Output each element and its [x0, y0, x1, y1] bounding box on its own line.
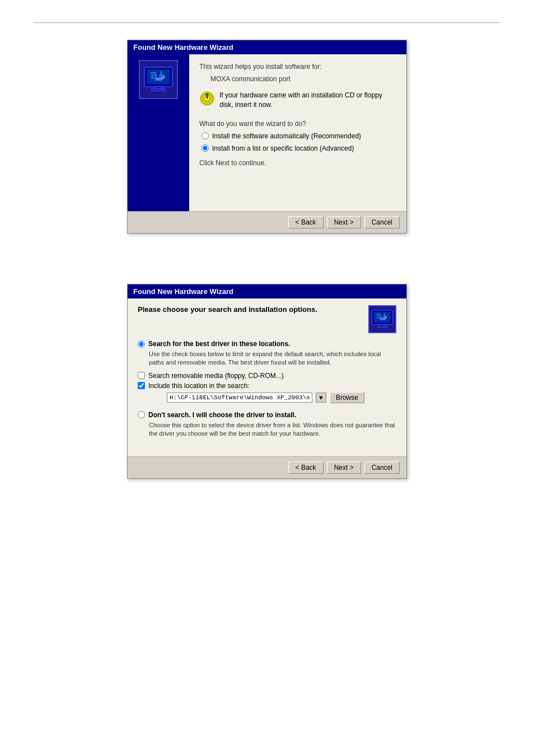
wizard1-next-button[interactable]: Next > — [327, 216, 361, 228]
wizard2-check1-label: Search removable media (floppy, CD-ROM..… — [148, 372, 284, 380]
svg-rect-9 — [152, 89, 165, 91]
svg-rect-6 — [152, 75, 156, 78]
wizard1-cd-note: If your hardware came with an installati… — [199, 91, 396, 110]
wizard2-search-radio[interactable] — [138, 340, 145, 348]
wizard2-path-input[interactable] — [167, 393, 312, 403]
page-container: Found New Hardware Wizard — [0, 0, 534, 501]
wizard1-left-panel — [128, 54, 189, 211]
top-divider — [34, 22, 500, 23]
wizard2-cancel-button[interactable]: Cancel — [364, 461, 400, 474]
wizard2-next-button[interactable]: Next > — [327, 461, 361, 474]
wizard2-check1[interactable] — [138, 372, 145, 379]
wizard2-nosearch-label: Don't search. I will choose the driver t… — [148, 411, 296, 419]
svg-rect-14 — [374, 312, 390, 323]
wizard2-header: Please choose your search and installati… — [138, 305, 396, 333]
wizard2-check1-row[interactable]: Search removable media (floppy, CD-ROM..… — [138, 372, 396, 380]
svg-rect-21 — [380, 325, 385, 326]
wizard2-search-radio-row[interactable]: Search for the best driver in these loca… — [138, 340, 396, 348]
wizard1-radio2-row[interactable]: Install from a list or specific location… — [202, 144, 396, 152]
wizard2-title: Found New Hardware Wizard — [133, 287, 233, 296]
wizard1-title: Found New Hardware Wizard — [133, 43, 233, 52]
wizard1-click-text: Click Next to continue. — [199, 159, 396, 167]
wizard2-nosearch-radio[interactable] — [138, 411, 145, 418]
wizard1-dialog: Found New Hardware Wizard — [127, 40, 407, 234]
svg-rect-1 — [147, 69, 170, 84]
wizard1-body: This wizard helps you install software f… — [128, 54, 406, 211]
svg-rect-19 — [377, 316, 381, 318]
wizard1-intro: This wizard helps you install software f… — [199, 63, 396, 71]
wizard2-back-button[interactable]: < Back — [288, 461, 324, 474]
wizard1-icon-box — [139, 60, 178, 99]
wizard1-right-panel: This wizard helps you install software f… — [189, 54, 406, 211]
wizard2-icon-box — [368, 305, 396, 333]
spacer1 — [34, 256, 500, 267]
wizard2-check2[interactable] — [138, 382, 145, 389]
wizard2-path-dropdown-icon[interactable]: ▼ — [316, 393, 326, 403]
wizard2-hardware-icon — [370, 307, 395, 332]
wizard1-question: What do you want the wizard to do? — [199, 120, 396, 128]
wizard2-nosearch-desc: Choose this option to select the device … — [149, 421, 396, 438]
svg-rect-22 — [377, 326, 387, 327]
svg-rect-8 — [155, 87, 162, 89]
wizard1-radio2-label: Install from a list or specific location… — [212, 144, 354, 152]
wizard2-browse-button[interactable]: Browse — [330, 392, 364, 403]
wizard2-search-desc: Use the check boxes below to limit or ex… — [149, 350, 396, 367]
cd-icon — [199, 91, 215, 106]
wizard2-body: Please choose your search and installati… — [128, 298, 406, 456]
wizard2-check2-label: Include this location in the search: — [148, 382, 250, 390]
wizard1-cancel-button[interactable]: Cancel — [364, 216, 400, 228]
wizard2-check2-row[interactable]: Include this location in the search: — [138, 382, 396, 390]
wizard-hardware-icon — [142, 63, 175, 96]
wizard2-dialog: Found New Hardware Wizard Please choose … — [127, 284, 407, 479]
wizard1-radio2[interactable] — [202, 144, 209, 152]
wizard2-path-row: ▼ Browse — [167, 392, 396, 403]
wizard1-radio1[interactable] — [202, 132, 209, 139]
wizard2-search-label: Search for the best driver in these loca… — [148, 340, 290, 348]
wizard1-back-button[interactable]: < Back — [288, 216, 324, 228]
wizard1-device: MOXA communication port — [199, 75, 396, 83]
wizard1-radio1-label: Install the software automatically (Reco… — [212, 132, 361, 140]
wizard1-footer: < Back Next > Cancel — [128, 211, 406, 233]
wizard2-nosearch-radio-row[interactable]: Don't search. I will choose the driver t… — [138, 411, 396, 419]
wizard1-cd-text: If your hardware came with an installati… — [219, 91, 396, 110]
wizard2-header-title: Please choose your search and installati… — [138, 305, 317, 314]
wizard2-titlebar: Found New Hardware Wizard — [128, 284, 406, 298]
wizard2-footer: < Back Next > Cancel — [128, 456, 406, 478]
wizard1-titlebar: Found New Hardware Wizard — [128, 40, 406, 54]
wizard1-radio1-row[interactable]: Install the software automatically (Reco… — [202, 132, 396, 140]
